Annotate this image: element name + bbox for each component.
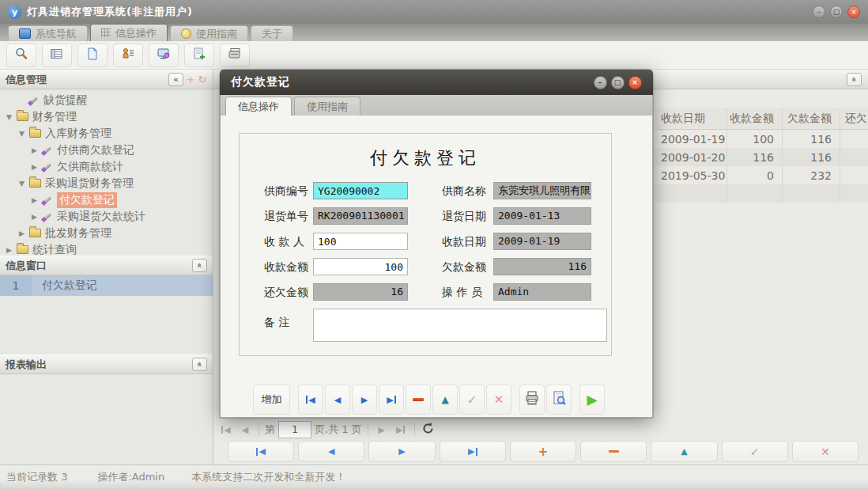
record-delete-button[interactable] [580,441,647,462]
tree-item-purchase-return-debt-stats[interactable]: 采购退货欠款统计 [0,208,213,225]
tree-item-supplier-debt-stats[interactable]: 欠供商款统计 [0,158,213,175]
record-next-button[interactable]: ▶ [368,441,435,462]
table-row[interactable]: 2009-01-19 100 116 [655,130,868,148]
run-button[interactable]: ▶ [579,385,605,415]
payee-label: 收 款 人 [264,233,304,250]
next-record-button[interactable]: ▶ [352,385,377,415]
info-window-row[interactable]: 1 付欠款登记 [0,275,213,296]
tree-item-pay-debt-register[interactable]: 付欠款登记 [0,191,213,208]
collapse-report-button[interactable] [192,358,207,371]
pager-first-button[interactable]: ◀ [218,422,234,438]
return-date-field: 2009-01-13 [493,207,591,225]
pager-last-button[interactable]: ▶ [393,422,409,438]
drawer-icon [228,47,242,64]
print-preview-button[interactable] [546,385,572,415]
maximize-button[interactable]: □ [830,6,843,18]
add-icon[interactable]: + [186,74,195,85]
table-view-button[interactable] [42,44,72,67]
chevron-down-icon[interactable] [6,113,17,121]
refresh-icon[interactable]: ↻ [198,74,207,85]
user-report-button[interactable] [113,44,143,67]
tree-item-wholesale-finance[interactable]: 批发财务管理 [0,225,213,241]
pager-refresh-button[interactable] [421,422,436,438]
operator-field: Admin [493,283,591,301]
tab-about[interactable]: 关于 [251,25,293,41]
dialog-titlebar[interactable]: 付欠款登记 – □ × [220,70,653,95]
document-add-button[interactable] [184,44,214,67]
minus-icon [609,450,619,453]
dialog-tab-info-operation[interactable]: 信息操作 [225,97,292,116]
minimize-button[interactable]: – [813,6,825,18]
supplier-name-field: 东莞安琪儿照明有限 [493,182,591,199]
chevron-down-icon[interactable] [19,130,29,138]
tree-item-purchase-return-finance[interactable]: 采购退货财务管理 [0,175,213,191]
row-index: 1 [0,275,32,296]
divider [259,423,259,436]
tree-item-stockout-alert[interactable]: 缺货提醒 [0,92,213,108]
monitor-icon [157,47,171,64]
col-header-receipt-date[interactable]: 收款日期 [655,108,727,129]
pager-prev-button[interactable]: ◀ [237,422,253,438]
chevron-right-icon[interactable] [19,229,29,237]
payee-field[interactable] [313,233,408,250]
check-icon: ✓ [466,392,477,408]
dialog-close-button[interactable]: × [628,76,642,89]
tree-item-stats-query[interactable]: 统计查询 [0,241,213,256]
supplier-code-field[interactable] [313,182,408,199]
tree-item-inbound-finance[interactable]: 入库财务管理 [0,125,213,142]
remark-field[interactable] [313,309,607,342]
col-header-remaining[interactable]: 还欠 [840,108,868,129]
monitor-button[interactable] [149,44,179,67]
dialog-tab-user-guide[interactable]: 使用指南 [294,97,360,116]
table-row[interactable]: 2019-05-30 0 232 [655,166,868,184]
record-insert-button[interactable]: + [510,441,576,462]
table-row[interactable]: 2009-01-20 116 116 [655,148,868,166]
pager-next-button[interactable]: ▶ [374,422,390,438]
prev-record-button[interactable]: ◀ [325,385,350,415]
add-button[interactable]: 增加 [253,385,290,415]
first-record-button[interactable]: ◀ [298,385,323,415]
col-header-owed-amount[interactable]: 欠款金额 [783,108,840,129]
collapse-main-panel-button[interactable] [847,73,862,86]
dialog-maximize-button[interactable]: □ [611,76,625,89]
close-button[interactable]: × [847,6,860,18]
delete-record-button[interactable] [406,385,431,415]
record-post-button[interactable]: ▲ [651,441,717,462]
pager-page-input[interactable] [278,421,311,438]
dialog-minimize-button[interactable]: – [594,76,607,89]
drawer-button[interactable] [220,44,250,67]
tool-icon [42,211,53,222]
info-mgmt-title: 信息管理 [6,73,47,87]
remark-label: 备 注 [264,313,289,331]
chevron-right-icon[interactable] [6,246,17,254]
collapse-sidebar-button[interactable] [168,73,183,86]
collapse-info-window-button[interactable] [192,259,207,272]
post-record-button[interactable]: ▲ [432,385,458,415]
pay-debt-form: 付欠款登记 供商编号 供商名称 东莞安琪儿照明有限 退货单号 RK2009011… [239,133,612,356]
play-icon: ▶ [587,392,597,408]
confirm-button[interactable]: ✓ [459,385,485,415]
cancel-button[interactable]: ✕ [486,385,511,415]
record-nav-bar: ◀ ◀ ▶ ▶ + ▲ ✓ ✕ [228,441,859,462]
tree-item-finance-mgmt[interactable]: 财务管理 [0,108,213,125]
record-confirm-button[interactable]: ✓ [722,441,788,462]
col-header-receipt-amount[interactable]: 收款金额 [727,108,783,129]
record-first-button[interactable]: ◀ [228,441,294,462]
info-window-title: 信息窗口 [6,259,47,273]
return-date-label: 退货日期 [442,207,486,225]
print-button[interactable] [519,385,545,415]
tab-user-guide[interactable]: 使用指南 [170,25,248,41]
search-button[interactable] [6,44,36,67]
document-button[interactable] [77,44,108,67]
chevron-down-icon[interactable] [19,180,29,188]
triangle-up-icon: ▲ [441,394,448,405]
tab-info-operation[interactable]: 信息操作 [90,24,168,41]
tab-system-nav[interactable]: 系统导航 [8,25,88,41]
receipt-amount-field[interactable] [313,258,408,275]
record-cancel-button[interactable]: ✕ [792,441,859,462]
record-prev-button[interactable]: ◀ [298,441,364,462]
record-last-button[interactable]: ▶ [440,441,506,462]
tree-item-pay-supplier-debt[interactable]: 付供商欠款登记 [0,142,213,158]
last-record-button[interactable]: ▶ [379,385,404,415]
table-header-row: 收款日期 收款金额 欠款金额 还欠 [655,108,868,130]
